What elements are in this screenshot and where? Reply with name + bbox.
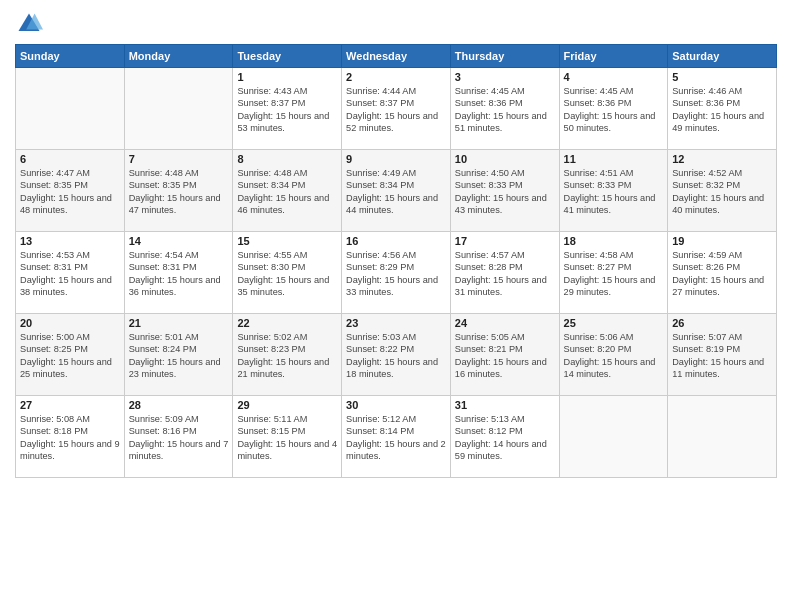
calendar-cell: 16Sunrise: 4:56 AM Sunset: 8:29 PM Dayli… [342, 232, 451, 314]
day-number: 11 [564, 153, 664, 165]
day-number: 15 [237, 235, 337, 247]
weekday-header-row: SundayMondayTuesdayWednesdayThursdayFrid… [16, 45, 777, 68]
day-info: Sunrise: 5:06 AM Sunset: 8:20 PM Dayligh… [564, 331, 664, 381]
day-info: Sunrise: 4:53 AM Sunset: 8:31 PM Dayligh… [20, 249, 120, 299]
calendar-week-row: 27Sunrise: 5:08 AM Sunset: 8:18 PM Dayli… [16, 396, 777, 478]
day-info: Sunrise: 5:05 AM Sunset: 8:21 PM Dayligh… [455, 331, 555, 381]
calendar-table: SundayMondayTuesdayWednesdayThursdayFrid… [15, 44, 777, 478]
day-info: Sunrise: 4:48 AM Sunset: 8:34 PM Dayligh… [237, 167, 337, 217]
day-number: 28 [129, 399, 229, 411]
day-info: Sunrise: 4:51 AM Sunset: 8:33 PM Dayligh… [564, 167, 664, 217]
day-number: 21 [129, 317, 229, 329]
calendar-cell: 30Sunrise: 5:12 AM Sunset: 8:14 PM Dayli… [342, 396, 451, 478]
calendar-cell [668, 396, 777, 478]
day-info: Sunrise: 4:45 AM Sunset: 8:36 PM Dayligh… [455, 85, 555, 135]
day-number: 3 [455, 71, 555, 83]
day-info: Sunrise: 4:58 AM Sunset: 8:27 PM Dayligh… [564, 249, 664, 299]
day-info: Sunrise: 5:02 AM Sunset: 8:23 PM Dayligh… [237, 331, 337, 381]
day-number: 31 [455, 399, 555, 411]
day-info: Sunrise: 4:49 AM Sunset: 8:34 PM Dayligh… [346, 167, 446, 217]
calendar-cell: 21Sunrise: 5:01 AM Sunset: 8:24 PM Dayli… [124, 314, 233, 396]
weekday-header-monday: Monday [124, 45, 233, 68]
day-number: 10 [455, 153, 555, 165]
logo [15, 10, 47, 38]
day-number: 9 [346, 153, 446, 165]
weekday-header-sunday: Sunday [16, 45, 125, 68]
day-info: Sunrise: 4:48 AM Sunset: 8:35 PM Dayligh… [129, 167, 229, 217]
day-number: 23 [346, 317, 446, 329]
calendar-cell: 11Sunrise: 4:51 AM Sunset: 8:33 PM Dayli… [559, 150, 668, 232]
day-number: 2 [346, 71, 446, 83]
day-info: Sunrise: 4:50 AM Sunset: 8:33 PM Dayligh… [455, 167, 555, 217]
day-number: 7 [129, 153, 229, 165]
calendar-cell: 25Sunrise: 5:06 AM Sunset: 8:20 PM Dayli… [559, 314, 668, 396]
calendar-week-row: 20Sunrise: 5:00 AM Sunset: 8:25 PM Dayli… [16, 314, 777, 396]
calendar-cell: 18Sunrise: 4:58 AM Sunset: 8:27 PM Dayli… [559, 232, 668, 314]
calendar-cell: 1Sunrise: 4:43 AM Sunset: 8:37 PM Daylig… [233, 68, 342, 150]
calendar-cell: 29Sunrise: 5:11 AM Sunset: 8:15 PM Dayli… [233, 396, 342, 478]
day-info: Sunrise: 4:43 AM Sunset: 8:37 PM Dayligh… [237, 85, 337, 135]
day-number: 16 [346, 235, 446, 247]
calendar-cell: 22Sunrise: 5:02 AM Sunset: 8:23 PM Dayli… [233, 314, 342, 396]
calendar-cell: 5Sunrise: 4:46 AM Sunset: 8:36 PM Daylig… [668, 68, 777, 150]
day-info: Sunrise: 4:46 AM Sunset: 8:36 PM Dayligh… [672, 85, 772, 135]
day-number: 25 [564, 317, 664, 329]
day-info: Sunrise: 5:11 AM Sunset: 8:15 PM Dayligh… [237, 413, 337, 463]
weekday-header-saturday: Saturday [668, 45, 777, 68]
day-info: Sunrise: 4:45 AM Sunset: 8:36 PM Dayligh… [564, 85, 664, 135]
day-number: 19 [672, 235, 772, 247]
day-number: 6 [20, 153, 120, 165]
day-number: 12 [672, 153, 772, 165]
calendar-cell: 10Sunrise: 4:50 AM Sunset: 8:33 PM Dayli… [450, 150, 559, 232]
day-number: 20 [20, 317, 120, 329]
day-number: 1 [237, 71, 337, 83]
calendar-cell [559, 396, 668, 478]
day-info: Sunrise: 5:13 AM Sunset: 8:12 PM Dayligh… [455, 413, 555, 463]
day-info: Sunrise: 4:56 AM Sunset: 8:29 PM Dayligh… [346, 249, 446, 299]
calendar-cell: 26Sunrise: 5:07 AM Sunset: 8:19 PM Dayli… [668, 314, 777, 396]
calendar-cell [16, 68, 125, 150]
calendar-cell: 7Sunrise: 4:48 AM Sunset: 8:35 PM Daylig… [124, 150, 233, 232]
day-info: Sunrise: 4:44 AM Sunset: 8:37 PM Dayligh… [346, 85, 446, 135]
weekday-header-wednesday: Wednesday [342, 45, 451, 68]
day-number: 30 [346, 399, 446, 411]
calendar-cell: 9Sunrise: 4:49 AM Sunset: 8:34 PM Daylig… [342, 150, 451, 232]
day-info: Sunrise: 5:00 AM Sunset: 8:25 PM Dayligh… [20, 331, 120, 381]
calendar-cell: 28Sunrise: 5:09 AM Sunset: 8:16 PM Dayli… [124, 396, 233, 478]
day-number: 13 [20, 235, 120, 247]
calendar-cell: 31Sunrise: 5:13 AM Sunset: 8:12 PM Dayli… [450, 396, 559, 478]
day-info: Sunrise: 5:09 AM Sunset: 8:16 PM Dayligh… [129, 413, 229, 463]
calendar-cell: 14Sunrise: 4:54 AM Sunset: 8:31 PM Dayli… [124, 232, 233, 314]
day-info: Sunrise: 4:57 AM Sunset: 8:28 PM Dayligh… [455, 249, 555, 299]
calendar-cell: 12Sunrise: 4:52 AM Sunset: 8:32 PM Dayli… [668, 150, 777, 232]
day-number: 22 [237, 317, 337, 329]
weekday-header-thursday: Thursday [450, 45, 559, 68]
day-number: 29 [237, 399, 337, 411]
calendar-cell: 3Sunrise: 4:45 AM Sunset: 8:36 PM Daylig… [450, 68, 559, 150]
day-number: 8 [237, 153, 337, 165]
weekday-header-friday: Friday [559, 45, 668, 68]
calendar-cell: 2Sunrise: 4:44 AM Sunset: 8:37 PM Daylig… [342, 68, 451, 150]
calendar-week-row: 13Sunrise: 4:53 AM Sunset: 8:31 PM Dayli… [16, 232, 777, 314]
calendar-cell: 17Sunrise: 4:57 AM Sunset: 8:28 PM Dayli… [450, 232, 559, 314]
day-info: Sunrise: 4:47 AM Sunset: 8:35 PM Dayligh… [20, 167, 120, 217]
calendar-week-row: 1Sunrise: 4:43 AM Sunset: 8:37 PM Daylig… [16, 68, 777, 150]
day-number: 17 [455, 235, 555, 247]
day-info: Sunrise: 5:12 AM Sunset: 8:14 PM Dayligh… [346, 413, 446, 463]
calendar-cell: 15Sunrise: 4:55 AM Sunset: 8:30 PM Dayli… [233, 232, 342, 314]
calendar-cell: 27Sunrise: 5:08 AM Sunset: 8:18 PM Dayli… [16, 396, 125, 478]
calendar-cell: 19Sunrise: 4:59 AM Sunset: 8:26 PM Dayli… [668, 232, 777, 314]
weekday-header-tuesday: Tuesday [233, 45, 342, 68]
day-info: Sunrise: 5:07 AM Sunset: 8:19 PM Dayligh… [672, 331, 772, 381]
day-info: Sunrise: 4:52 AM Sunset: 8:32 PM Dayligh… [672, 167, 772, 217]
day-info: Sunrise: 4:59 AM Sunset: 8:26 PM Dayligh… [672, 249, 772, 299]
calendar-cell: 20Sunrise: 5:00 AM Sunset: 8:25 PM Dayli… [16, 314, 125, 396]
day-info: Sunrise: 5:03 AM Sunset: 8:22 PM Dayligh… [346, 331, 446, 381]
day-number: 27 [20, 399, 120, 411]
day-info: Sunrise: 5:01 AM Sunset: 8:24 PM Dayligh… [129, 331, 229, 381]
calendar-cell: 8Sunrise: 4:48 AM Sunset: 8:34 PM Daylig… [233, 150, 342, 232]
calendar-cell: 6Sunrise: 4:47 AM Sunset: 8:35 PM Daylig… [16, 150, 125, 232]
day-number: 4 [564, 71, 664, 83]
day-number: 24 [455, 317, 555, 329]
day-info: Sunrise: 4:54 AM Sunset: 8:31 PM Dayligh… [129, 249, 229, 299]
